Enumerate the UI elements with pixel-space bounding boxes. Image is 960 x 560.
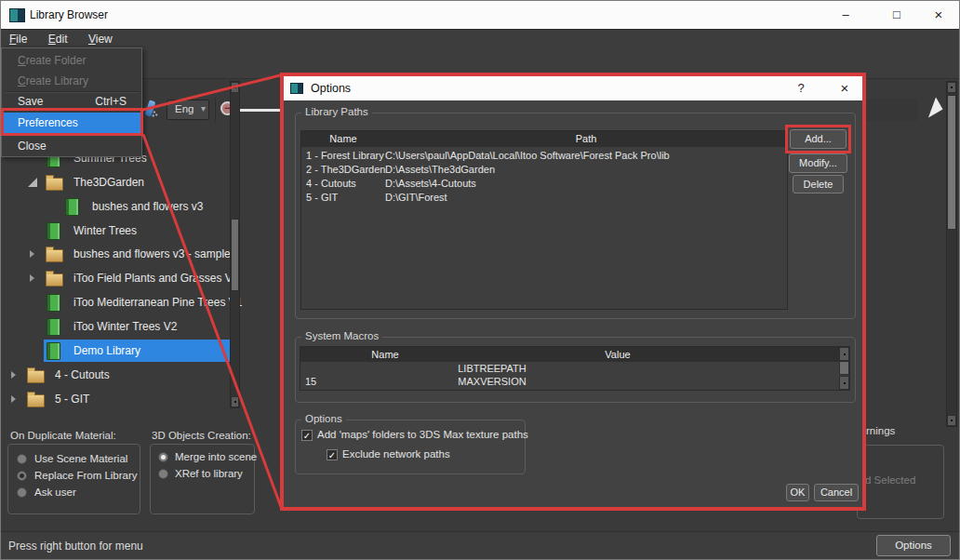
dialog-help-button[interactable]: ?: [791, 76, 811, 100]
cell-path: D:\GIT\Forest: [385, 192, 787, 203]
checkbox-add-maps-folders[interactable]: ✓: [301, 430, 313, 441]
ok-button[interactable]: OK: [786, 484, 809, 501]
dialog-close-button[interactable]: ×: [834, 76, 855, 100]
dialog-title: Options: [311, 76, 351, 100]
scroll-down-button[interactable]: [231, 396, 239, 407]
system-macros-table[interactable]: Name Value LIBTREEPATH 15 MAXVERSION: [300, 346, 850, 391]
radio-label[interactable]: XRef to library: [175, 468, 243, 479]
table-row[interactable]: 5 - GIT D:\GIT\Forest: [301, 190, 787, 204]
column-name[interactable]: Name: [301, 133, 385, 144]
column-name[interactable]: Name: [300, 349, 470, 360]
tree-row[interactable]: Winter Trees: [1, 219, 230, 243]
collapsed-arrow-icon[interactable]: [30, 250, 34, 258]
menubar: File Edit View: [1, 29, 960, 47]
objects-creation-title: 3D Objects Creation:: [152, 430, 251, 441]
radio-replace-from-library[interactable]: [17, 471, 27, 481]
collapsed-arrow-icon[interactable]: [11, 371, 16, 379]
window-title: Library Browser: [30, 1, 108, 29]
radio-ask-user[interactable]: [17, 487, 27, 498]
tree-row[interactable]: bushes and flowers v3 - sample: [1, 242, 230, 266]
library-paths-title: Library Paths: [301, 106, 372, 117]
statusbar-hint: Press right button for menu: [8, 540, 143, 553]
dialog-titlebar: Options ? ×: [284, 76, 862, 100]
tree-item-label: bushes and flowers v3 - sample: [73, 247, 231, 260]
library-book-icon: [47, 294, 60, 312]
tree-item-label: iToo Winter Trees V2: [73, 320, 177, 333]
tree-row[interactable]: iToo Winter Trees V2: [1, 314, 230, 339]
scroll-down-button[interactable]: [839, 376, 849, 390]
checkbox-exclude-network-paths[interactable]: ✓: [327, 449, 338, 460]
scrollbar-thumb[interactable]: [947, 95, 956, 230]
tree-row[interactable]: 4 - Cutouts: [1, 363, 230, 387]
delete-button[interactable]: Delete: [793, 175, 844, 193]
library-paths-groupbox: Library Paths Name Path 1 - Forest Libra…: [295, 113, 856, 319]
library-book-icon: [47, 342, 60, 360]
macro-name[interactable]: LIBTREEPATH: [356, 363, 628, 374]
radio-label[interactable]: Use Scene Material: [34, 453, 127, 464]
duplicate-material-title: On Duplicate Material:: [10, 430, 116, 441]
tree-item-label: iToo Mediterranean Pine Trees V1: [73, 296, 242, 309]
table-row[interactable]: 2 - The3DGarden D:\Assets\The3dGarden: [301, 162, 787, 176]
expanded-arrow-icon[interactable]: [28, 178, 37, 187]
table-row[interactable]: 1 - Forest Library C:\Users\paul\AppData…: [301, 148, 787, 162]
tree-scrollbar[interactable]: [230, 81, 240, 408]
radio-xref-to-library[interactable]: [158, 469, 168, 479]
menu-view[interactable]: View: [80, 31, 121, 46]
scroll-down-button[interactable]: [947, 415, 956, 426]
minimize-button[interactable]: –: [825, 1, 866, 29]
menu-file[interactable]: File: [1, 31, 35, 46]
collapsed-arrow-icon[interactable]: [11, 395, 16, 403]
menu-edit[interactable]: Edit: [40, 31, 76, 46]
folder-icon: [46, 178, 63, 191]
cell-name: 5 - GIT: [301, 192, 385, 203]
cancel-button[interactable]: Cancel: [814, 484, 859, 501]
dialog-body: Library Paths Name Path 1 - Forest Libra…: [284, 100, 862, 507]
tree-item-label: bushes and flowers v3: [92, 200, 203, 213]
cell-name: 2 - The3DGarden: [301, 164, 385, 175]
macro-name[interactable]: MAXVERSION: [356, 376, 628, 387]
content-scrollbar[interactable]: [946, 81, 957, 427]
statusbar: Press right button for menu Options: [1, 531, 960, 560]
scrollbar-thumb[interactable]: [231, 219, 239, 291]
checkbox-label[interactable]: Add 'maps' folders to 3DS Max texture pa…: [317, 429, 528, 440]
tree-row[interactable]: 5 - GIT: [1, 387, 230, 411]
macro-value: 15: [305, 376, 316, 387]
tree-row[interactable]: iToo Mediterranean Pine Trees V1: [1, 290, 230, 314]
table-scrollbar[interactable]: [839, 347, 849, 390]
radio-merge-into-scene[interactable]: [158, 452, 168, 462]
library-book-icon: [65, 198, 79, 216]
system-macros-groupbox: System Macros Name Value LIBTREEPATH 15 …: [295, 337, 856, 403]
column-value[interactable]: Value: [487, 349, 749, 360]
tree-row[interactable]: bushes and flowers v3: [1, 194, 230, 219]
tree-item-label: 5 - GIT: [55, 393, 89, 406]
menu-item-label: Save: [18, 95, 43, 108]
scroll-up-button[interactable]: [947, 82, 956, 93]
options-group-title: Options: [301, 413, 346, 424]
radio-label[interactable]: Replace From Library: [34, 470, 138, 481]
tree-row-selected[interactable]: Demo Library: [1, 339, 230, 363]
dialog-icon: [290, 83, 303, 94]
options-button[interactable]: Options: [876, 535, 951, 556]
library-paths-table[interactable]: Name Path 1 - Forest Library C:\Users\pa…: [300, 130, 788, 310]
plant-tool-icon[interactable]: [921, 98, 942, 118]
scroll-up-button[interactable]: [839, 347, 849, 361]
radio-label[interactable]: Merge into scene: [175, 451, 257, 462]
column-path[interactable]: Path: [385, 133, 787, 144]
maximize-button[interactable]: □: [876, 1, 917, 29]
tree-item-label: The3DGarden: [73, 176, 144, 189]
collapsed-arrow-icon[interactable]: [30, 274, 34, 282]
menu-item-close[interactable]: Close: [2, 136, 141, 156]
modify-button[interactable]: Modify...: [789, 153, 847, 173]
tree-item-label: Demo Library: [73, 344, 140, 357]
tree-row[interactable]: The3DGarden: [1, 170, 230, 194]
radio-label[interactable]: Ask user: [34, 487, 76, 498]
menu-item-create-folder: Create Folder: [2, 50, 141, 71]
scrollbar-thumb[interactable]: [839, 361, 849, 375]
radio-use-scene-material[interactable]: [17, 454, 27, 464]
checkbox-label[interactable]: Exclude network paths: [342, 448, 450, 460]
table-row[interactable]: 4 - Cutouts D:\Assets\4-Cutouts: [301, 176, 787, 190]
selected-button-fragment: d Selected: [865, 474, 945, 486]
annotation-box-add: [785, 125, 851, 153]
folder-icon: [46, 249, 63, 262]
close-button[interactable]: ×: [918, 1, 959, 29]
